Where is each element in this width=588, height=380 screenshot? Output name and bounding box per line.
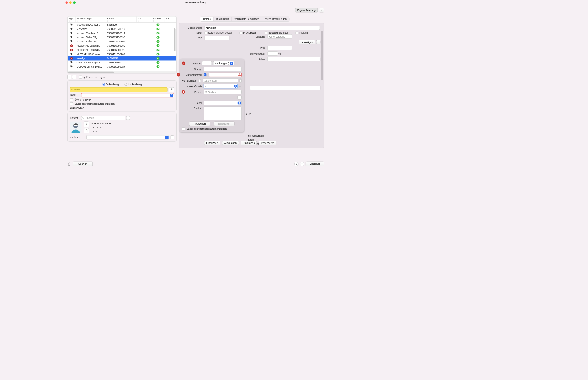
tag-icon <box>70 36 73 38</box>
check-icon <box>156 23 159 26</box>
more-button[interactable]: ⋯ <box>300 162 304 166</box>
mode-ausbuchung[interactable]: Ausbuchung <box>125 83 142 86</box>
check-icon <box>156 36 159 39</box>
sperren-button[interactable]: Sperren <box>73 162 93 166</box>
own-filter-button[interactable]: Eigene Filterung <box>295 8 318 12</box>
tab-bestellungen[interactable]: offene Bestellungen <box>262 17 289 21</box>
typ-praxis[interactable]: Praxisbedarf <box>240 31 257 34</box>
table-row[interactable]: !Novalgin01599654 <box>68 56 176 61</box>
tab-leistungen[interactable]: Verknüpfte Leistungen <box>232 17 262 21</box>
patient-remove-button[interactable]: − <box>237 96 242 99</box>
lager-select[interactable] <box>81 93 174 97</box>
open-popover-checkbox[interactable] <box>70 98 73 101</box>
table-row[interactable]: Monovo Salbe 35g7680603270098 <box>68 35 176 40</box>
serien-checkbox[interactable] <box>204 73 206 76</box>
popover-cancel-button[interactable]: Abbrechen <box>189 122 210 126</box>
popover-einbuchen-button[interactable]: Einbuchen <box>214 122 235 126</box>
menge-unit-select[interactable]: Packung(en) <box>213 61 234 65</box>
mode-einbuchung[interactable]: Einbuchung <box>102 83 119 86</box>
date-stepper[interactable]: ▲▼ <box>240 78 242 83</box>
booking-panel: Einbuchung Ausbuchung Scannen Lager Öffn… <box>67 80 177 111</box>
typ-impfung[interactable]: Impfung <box>295 31 308 34</box>
filter-icon-button[interactable] <box>319 8 324 12</box>
invoice-add-button[interactable]: + <box>170 135 174 139</box>
svg-rect-16 <box>239 74 240 75</box>
leistung-label: Leistung <box>250 35 267 38</box>
detail-tabs: Details Buchungen Verknüpfte Leistungen … <box>200 17 289 22</box>
serien-input[interactable] <box>209 73 242 77</box>
table-row[interactable]: Monovo Emulsion 6…7680623150012 <box>68 31 176 35</box>
remove-item-button[interactable]: − <box>72 75 76 79</box>
col-atc[interactable]: ATC○ <box>137 16 152 22</box>
scan-list-button[interactable] <box>169 87 174 92</box>
add-item-button[interactable]: + <box>67 75 71 79</box>
ek-confirm-icon[interactable]: ✓ <box>239 84 242 88</box>
svg-point-0 <box>71 24 71 24</box>
list-icon <box>170 88 173 91</box>
col-bezeichnung[interactable]: Bezeichnung ^○ <box>75 16 106 22</box>
popover-patient-search[interactable]: Suchen <box>204 90 242 94</box>
verfall-input[interactable] <box>203 78 238 83</box>
ek-input[interactable] <box>204 84 238 88</box>
info-icon[interactable]: i <box>234 85 237 88</box>
einbuchen-button[interactable]: Einbuchen <box>204 141 220 145</box>
col-sub[interactable]: Sub○ <box>164 16 172 22</box>
table-row[interactable]: Medela Einweg-Schl…8515229 <box>68 23 176 27</box>
leistung-remove-button[interactable]: - <box>316 40 320 44</box>
typ-sprechstunde[interactable]: Sprechstundenbedarf <box>205 31 232 34</box>
svg-point-8 <box>83 117 84 118</box>
typ-betaeubung[interactable]: Betäubungsmittel <box>265 31 288 34</box>
help-button[interactable]: ? <box>294 162 299 166</box>
atc-input[interactable] <box>205 36 230 40</box>
atc-label: ATC <box>183 37 204 40</box>
clipboard-icon[interactable] <box>84 128 89 133</box>
einheit-input[interactable] <box>267 57 320 61</box>
col-robot[interactable]: Roberta…○ <box>152 16 164 22</box>
umbuchen-button[interactable]: Umbuchen <box>241 141 257 145</box>
funnel-icon <box>320 9 323 11</box>
svg-rect-15 <box>86 129 87 130</box>
table-vscroll[interactable] <box>174 21 176 73</box>
tab-details[interactable]: Details <box>200 17 214 21</box>
mwst-input[interactable] <box>267 51 278 56</box>
schliessen-button[interactable]: Schließen <box>306 162 324 166</box>
tag-icon <box>70 61 73 63</box>
tag-icon <box>70 32 73 34</box>
patient-card-icon[interactable] <box>84 121 89 127</box>
col-typ[interactable]: Typ○ <box>68 16 76 22</box>
popover-lager-select[interactable] <box>204 101 242 105</box>
patient-search[interactable]: Suchen <box>81 116 125 120</box>
ausbuchen-button[interactable]: Ausbuchen <box>222 141 239 145</box>
freitext-input[interactable] <box>204 107 242 120</box>
col-kennung[interactable]: Kennung○ <box>106 16 137 22</box>
check-icon <box>156 53 159 55</box>
reservieren-button[interactable]: Reservieren <box>259 141 276 145</box>
patient-clear-button[interactable]: − <box>126 116 130 120</box>
show-deleted-checkbox[interactable] <box>79 75 82 78</box>
pzn-input[interactable] <box>267 46 292 50</box>
scan-input[interactable]: Scannen <box>70 87 168 92</box>
charge-input[interactable] <box>204 67 242 71</box>
extra-input-1[interactable] <box>250 86 320 90</box>
leistung-add-button[interactable]: hinzufügen <box>299 40 315 44</box>
table-row[interactable]: Monovo Salbe 70g7680603270104 <box>68 39 176 44</box>
table-row[interactable]: !NEOCAPIL Lösung 5…7680496880282 <box>68 44 176 48</box>
last-scan-label: Letzter Scan: <box>70 106 85 109</box>
all-sites-checkbox[interactable] <box>70 102 73 105</box>
bez-input[interactable] <box>205 26 320 30</box>
detail-vscroll[interactable] <box>321 31 323 136</box>
verfall-checkbox[interactable] <box>199 79 201 82</box>
table-row[interactable]: Metvix 2g7680561340017 <box>68 27 176 31</box>
table-row[interactable]: OVIXAN Creme 1mg/…7680655250024 <box>68 65 176 69</box>
popover-allsites-checkbox[interactable] <box>182 127 185 130</box>
table-row[interactable]: NUTRAPLUS Creme…7680451870204 <box>68 52 176 56</box>
tag-icon <box>70 53 73 55</box>
menge-input[interactable] <box>202 61 212 65</box>
table-row[interactable]: !NEOCAPIL Lösung 5…7680496880022 <box>68 48 176 52</box>
table-row[interactable]: ORACEA Ret Kaps 4…7680616860019 <box>68 60 176 65</box>
leistung-input[interactable] <box>267 34 292 39</box>
pzn-label: PZN <box>250 46 267 49</box>
table-hscroll[interactable] <box>68 71 176 73</box>
invoice-select[interactable]: - <box>86 135 169 139</box>
tab-buchungen[interactable]: Buchungen <box>214 17 232 21</box>
